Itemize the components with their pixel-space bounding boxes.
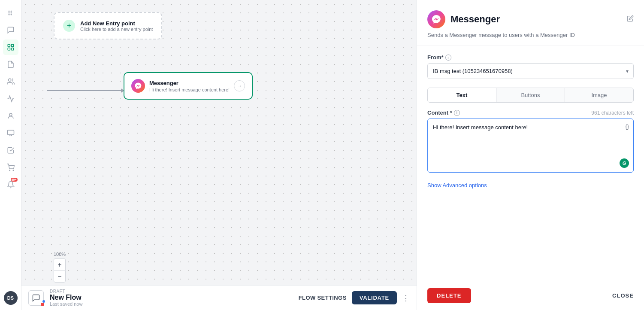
flow-info: DRAFT New Flow Last saved now xyxy=(50,289,293,307)
svg-point-10 xyxy=(8,79,11,81)
from-label: From* i xyxy=(427,54,634,61)
svg-rect-9 xyxy=(11,48,13,50)
entry-point-card[interactable]: + Add New Entry point Click here to add … xyxy=(54,12,162,40)
right-panel: Messenger Sends a Messenger message to u… xyxy=(417,0,644,310)
content-label: Content * i xyxy=(427,109,460,116)
notifications-icon[interactable] xyxy=(3,177,18,192)
tabs-row: Text Buttons Image xyxy=(427,88,634,103)
zoom-out-button[interactable]: − xyxy=(54,270,66,283)
close-button[interactable]: CLOSE xyxy=(612,292,634,299)
audiences-icon[interactable] xyxy=(3,108,18,124)
content-header: Content * i 961 characters left xyxy=(427,109,634,116)
panel-subtitle: Sends a Messenger message to users with … xyxy=(427,32,634,38)
messenger-node-next-button[interactable]: → xyxy=(234,80,245,91)
flow-settings-button[interactable]: FLOW SETTINGS xyxy=(299,295,347,301)
messenger-node[interactable]: Messenger Hi there! Insert message conte… xyxy=(124,72,253,100)
more-options-button[interactable]: ⋮ xyxy=(402,293,410,303)
svg-point-2 xyxy=(8,14,9,15)
tab-image[interactable]: Image xyxy=(565,88,633,102)
svg-rect-6 xyxy=(8,44,10,46)
draft-label: DRAFT xyxy=(50,289,293,294)
svg-point-11 xyxy=(9,113,12,116)
sequences-icon[interactable] xyxy=(3,143,18,158)
content-info-icon[interactable]: i xyxy=(454,110,460,116)
svg-point-14 xyxy=(13,170,14,171)
flow-dot-blue xyxy=(42,300,45,303)
from-select[interactable]: IB msg test (105234651670958) xyxy=(427,63,634,79)
svg-rect-12 xyxy=(7,130,14,135)
zoom-level: 100% xyxy=(54,252,66,257)
bottom-actions: FLOW SETTINGS VALIDATE ⋮ xyxy=(299,291,410,304)
edit-icon[interactable] xyxy=(627,15,634,24)
panel-title: Messenger xyxy=(450,14,622,25)
last-saved-text: Last saved now xyxy=(50,301,293,307)
contacts-icon[interactable] xyxy=(3,74,18,89)
chars-left: 961 characters left xyxy=(591,110,634,116)
shop-icon[interactable] xyxy=(3,160,18,175)
analytics-icon[interactable] xyxy=(3,91,18,106)
flow-arrow xyxy=(47,90,124,91)
templates-icon[interactable] xyxy=(3,57,18,72)
zoom-in-button[interactable]: + xyxy=(54,258,66,270)
panel-title-row: Messenger xyxy=(427,10,634,28)
flow-icon xyxy=(28,290,44,306)
user-avatar[interactable]: DS xyxy=(4,291,18,305)
validate-button[interactable]: VALIDATE xyxy=(352,291,397,304)
panel-footer: DELETE CLOSE xyxy=(417,281,644,310)
svg-point-13 xyxy=(9,170,10,171)
content-textarea-wrapper: {} G xyxy=(427,119,634,173)
entry-point-title: Add New Entry point xyxy=(80,20,153,27)
flow-name: New Flow xyxy=(50,294,293,301)
from-info-icon[interactable]: i xyxy=(445,55,451,61)
tab-buttons[interactable]: Buttons xyxy=(496,88,565,102)
entry-point-subtitle: Click here to add a new entry point xyxy=(80,27,153,32)
zoom-controls: 100% + − xyxy=(54,252,66,283)
content-textarea[interactable] xyxy=(428,119,633,170)
svg-point-1 xyxy=(8,12,9,14)
chat-icon[interactable] xyxy=(3,22,18,38)
svg-point-3 xyxy=(10,11,12,12)
tab-text[interactable]: Text xyxy=(428,88,496,102)
messenger-node-text: Messenger Hi there! Insert message conte… xyxy=(149,80,230,92)
messages-icon[interactable] xyxy=(3,125,18,141)
messenger-node-icon xyxy=(131,79,145,93)
sidebar: DS xyxy=(0,0,21,310)
bottom-bar: DRAFT New Flow Last saved now FLOW SETTI… xyxy=(21,285,417,310)
panel-body: From* i IB msg test (105234651670958) ▾ … xyxy=(417,46,644,281)
dots-icon[interactable] xyxy=(3,5,18,21)
variable-insert-button[interactable]: {} xyxy=(625,123,629,130)
svg-rect-7 xyxy=(11,44,13,46)
svg-rect-8 xyxy=(8,48,10,50)
svg-point-0 xyxy=(8,11,9,12)
flows-icon[interactable] xyxy=(3,40,18,55)
svg-point-4 xyxy=(10,12,12,14)
canvas: + Add New Entry point Click here to add … xyxy=(21,0,417,310)
messenger-node-subtitle: Hi there! Insert message content here! xyxy=(149,87,230,92)
panel-header: Messenger Sends a Messenger message to u… xyxy=(417,0,644,46)
flow-dot-red xyxy=(41,303,44,306)
svg-point-5 xyxy=(10,14,12,15)
entry-plus-icon: + xyxy=(63,20,75,32)
delete-button[interactable]: DELETE xyxy=(427,288,471,303)
grammarly-icon: G xyxy=(620,158,629,168)
messenger-node-title: Messenger xyxy=(149,80,230,86)
panel-messenger-icon xyxy=(427,10,445,28)
advanced-options-link[interactable]: Show Advanced options xyxy=(427,182,487,188)
from-select-wrapper: IB msg test (105234651670958) ▾ xyxy=(427,63,634,79)
